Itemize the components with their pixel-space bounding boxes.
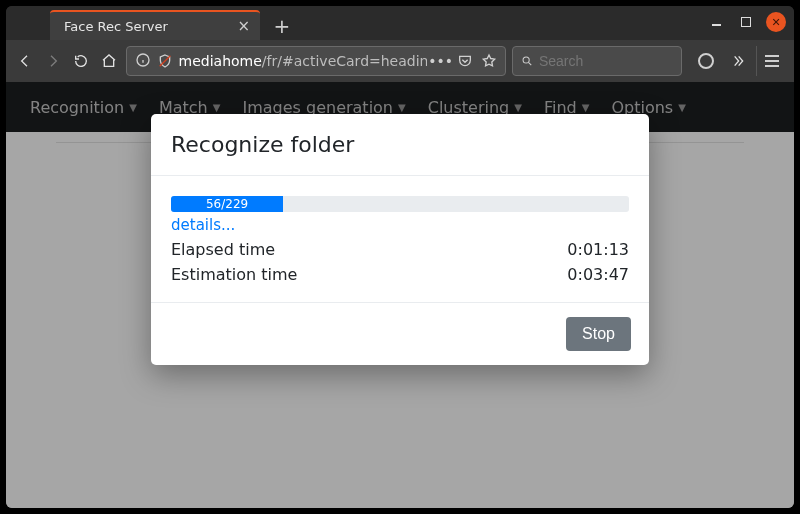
estimation-time-row: Estimation time 0:03:47 — [171, 265, 629, 284]
url-path: /fr/#activeCard=headin — [262, 53, 427, 69]
progress-bar-fill: 56/229 — [171, 196, 283, 212]
account-button[interactable] — [692, 47, 720, 75]
nav-reload-button[interactable] — [70, 47, 92, 75]
details-link[interactable]: details... — [171, 216, 235, 234]
url-host: mediahome — [179, 53, 262, 69]
shield-slash-icon — [157, 53, 173, 69]
pocket-icon[interactable] — [457, 53, 473, 69]
elapsed-time-value: 0:01:13 — [567, 240, 629, 259]
page: Recognition ▼ Match ▼ Images generation … — [6, 82, 794, 508]
nav-forward-button[interactable] — [42, 47, 64, 75]
url-right-icons: ••• — [433, 53, 497, 69]
hamburger-icon — [765, 60, 779, 62]
modal-body: 56/229 details... Elapsed time 0:01:13 E… — [151, 176, 649, 302]
new-tab-button[interactable]: + — [268, 12, 296, 40]
chevrons-right-icon — [730, 53, 746, 69]
reload-icon — [73, 53, 89, 69]
overflow-button[interactable] — [724, 47, 752, 75]
site-info-icon[interactable] — [135, 52, 151, 71]
window-maximize-button[interactable] — [736, 12, 756, 32]
browser-tab-active[interactable]: Face Rec Server × — [50, 10, 260, 40]
modal-title: Recognize folder — [151, 114, 649, 176]
tab-close-button[interactable]: × — [237, 19, 250, 34]
search-input[interactable] — [539, 53, 673, 69]
star-icon — [481, 53, 497, 69]
elapsed-time-label: Elapsed time — [171, 240, 275, 259]
nav-home-button[interactable] — [98, 47, 120, 75]
url-bar[interactable]: mediahome/fr/#activeCard=headin ••• — [126, 46, 506, 76]
progress-bar-track: 56/229 — [171, 196, 629, 212]
window-close-button[interactable] — [766, 12, 786, 32]
toolbar-right — [692, 46, 786, 76]
tracking-shield-icon[interactable] — [157, 53, 173, 69]
bookmark-star-icon[interactable] — [481, 53, 497, 69]
svg-point-1 — [523, 57, 529, 63]
pocket-save-icon — [457, 53, 473, 69]
info-icon — [135, 52, 151, 68]
account-icon — [698, 53, 714, 69]
home-icon — [101, 53, 117, 69]
estimation-time-label: Estimation time — [171, 265, 297, 284]
estimation-time-value: 0:03:47 — [567, 265, 629, 284]
search-icon — [521, 54, 533, 68]
recognize-folder-modal: Recognize folder 56/229 details... Elaps… — [151, 114, 649, 365]
nav-back-button[interactable] — [14, 47, 36, 75]
titlebar: Face Rec Server × + — [6, 6, 794, 40]
page-actions-button[interactable]: ••• — [433, 53, 449, 69]
elapsed-time-row: Elapsed time 0:01:13 — [171, 240, 629, 259]
search-bar[interactable] — [512, 46, 682, 76]
window-controls — [706, 12, 786, 32]
nav-toolbar: mediahome/fr/#activeCard=headin ••• — [6, 40, 794, 82]
url-text: mediahome/fr/#activeCard=headin — [179, 53, 427, 69]
app-menu-button[interactable] — [756, 46, 786, 76]
window-minimize-button[interactable] — [706, 12, 726, 32]
arrow-left-icon — [17, 53, 33, 69]
arrow-right-icon — [45, 53, 61, 69]
stop-button[interactable]: Stop — [566, 317, 631, 351]
tab-title: Face Rec Server — [64, 19, 168, 34]
browser-window: Face Rec Server × + — [6, 6, 794, 508]
modal-footer: Stop — [151, 302, 649, 365]
content-area: Recognition ▼ Match ▼ Images generation … — [6, 82, 794, 508]
